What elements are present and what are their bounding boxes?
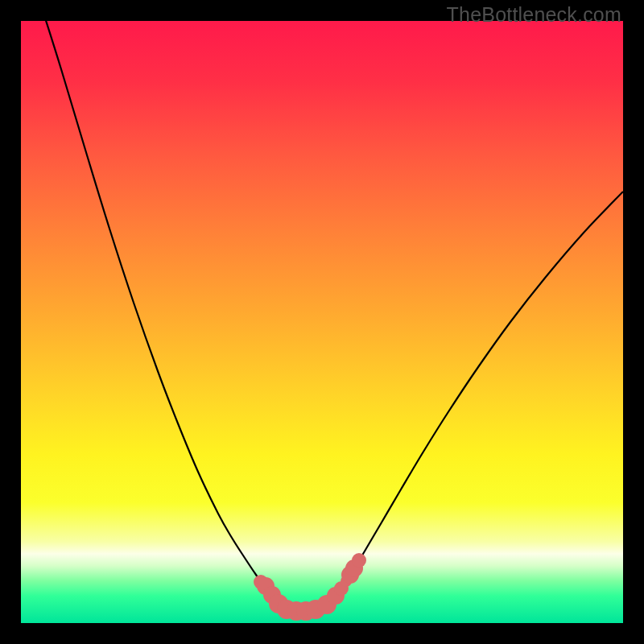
watermark-text: TheBottleneck.com bbox=[447, 3, 621, 27]
curve-markers bbox=[254, 553, 366, 621]
chart-svg bbox=[21, 21, 623, 623]
outer-frame: TheBottleneck.com bbox=[0, 0, 644, 644]
bottleneck-curve bbox=[43, 21, 623, 611]
plot-area bbox=[21, 21, 623, 623]
curve-marker bbox=[352, 553, 366, 568]
